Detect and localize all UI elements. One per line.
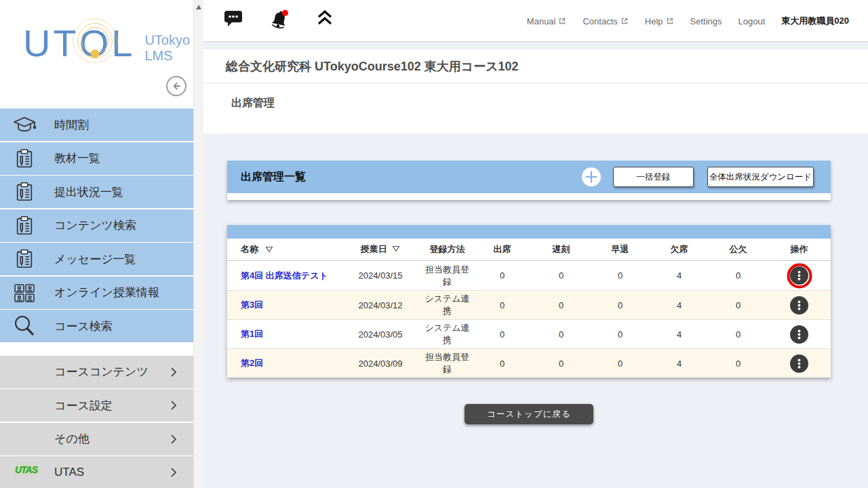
bulk-register-button[interactable]: 一括登録 xyxy=(613,167,694,187)
external-link-icon xyxy=(620,17,629,25)
logo-sun-dot xyxy=(91,49,100,58)
sidebar-section-gap xyxy=(0,344,193,356)
manual-link-label: Manual xyxy=(527,16,556,26)
utol-logo[interactable]: UTOL UTokyo LMS xyxy=(23,24,190,64)
cell-excused: 0 xyxy=(709,329,768,340)
help-link-label: Help xyxy=(645,16,663,26)
cell-excused: 0 xyxy=(709,270,768,281)
sidebar-item-others[interactable]: その他 xyxy=(0,423,193,455)
column-header-method: 登録方法 xyxy=(422,243,473,256)
search-icon xyxy=(12,314,37,338)
chevron-right-icon xyxy=(170,400,177,413)
notifications-bell-icon[interactable] xyxy=(269,9,290,34)
external-link-icon xyxy=(666,17,674,25)
back-to-course-top-button[interactable]: コーストップに戻る xyxy=(465,404,593,424)
attendance-table: 名称 授業日 登録方法 出席 遅刻 早退 欠席 公欠 操作 第4回 出席送信テス… xyxy=(227,225,831,378)
column-header-date[interactable]: 授業日 xyxy=(339,243,422,256)
column-header-late: 遅刻 xyxy=(532,243,591,256)
cell-absent: 4 xyxy=(650,359,709,369)
cell-method: 担当教員登録 xyxy=(422,264,473,288)
table-body: 第4回 出席送信テスト 2024/03/15 担当教員登録 0 0 0 4 0 xyxy=(227,261,831,378)
sidebar-item-timetable[interactable]: 時間割 xyxy=(0,108,193,141)
sidebar-scrollbar[interactable] xyxy=(193,0,203,488)
cell-late: 0 xyxy=(532,300,591,310)
table-top-strip xyxy=(227,225,831,239)
row-actions-button[interactable] xyxy=(790,325,808,344)
cell-method: システム連携 xyxy=(422,293,473,317)
cell-attendance: 0 xyxy=(473,329,532,340)
cell-early-leave: 0 xyxy=(591,359,650,369)
clipboard-icon xyxy=(12,215,37,237)
logo-subtitle-line2: LMS xyxy=(144,48,190,64)
cell-method: システム連携 xyxy=(422,322,473,346)
triangle-up-icon[interactable] xyxy=(196,5,201,9)
sidebar-item-materials[interactable]: 教材一覧 xyxy=(0,142,193,175)
attendance-panel-header: 出席管理一覧 一括登録 全体出席状況ダウンロード xyxy=(227,161,831,200)
contacts-link-label: Contacts xyxy=(583,16,617,26)
clipboard-icon xyxy=(12,181,37,203)
plus-circle-icon xyxy=(581,167,601,187)
row-actions-button[interactable] xyxy=(790,296,808,314)
utol-logo-text: UTOL xyxy=(23,24,135,62)
external-link-icon xyxy=(558,17,566,25)
logo-subtitle-line1: UTokyo xyxy=(144,33,190,48)
sidebar-item-messages[interactable]: メッセージ一覧 xyxy=(0,243,193,275)
table-row: 第2回 2024/03/09 担当教員登録 0 0 0 4 0 xyxy=(227,348,831,378)
sidebar-item-course-search[interactable]: コース検索 xyxy=(0,310,193,342)
sidebar-item-submission-status[interactable]: 提出状況一覧 xyxy=(0,176,193,208)
row-actions-button[interactable] xyxy=(790,354,808,373)
sidebar-item-label: オンライン授業情報 xyxy=(54,285,159,300)
contacts-link[interactable]: Contacts xyxy=(583,16,628,26)
logout-link[interactable]: Logout xyxy=(738,16,766,26)
add-attendance-button[interactable] xyxy=(581,167,601,190)
column-header-name[interactable]: 名称 xyxy=(227,243,339,256)
cell-late: 0 xyxy=(532,270,591,281)
logo-subtitle: UTokyo LMS xyxy=(144,33,190,64)
page-title: 出席管理 xyxy=(231,96,275,110)
sidebar-item-course-contents[interactable]: コースコンテンツ xyxy=(0,356,193,388)
column-header-label: 名称 xyxy=(241,243,258,256)
session-link[interactable]: 第3回 xyxy=(241,299,263,311)
logout-link-label: Logout xyxy=(738,16,766,26)
manual-link[interactable]: Manual xyxy=(527,16,567,26)
vertical-ellipsis-icon xyxy=(792,327,806,342)
sidebar-item-content-search[interactable]: コンテンツ検索 xyxy=(0,209,193,242)
session-link[interactable]: 第4回 出席送信テスト xyxy=(241,270,328,282)
table-row: 第1回 2024/03/05 システム連携 0 0 0 4 0 xyxy=(227,319,831,348)
attendance-panel-header-bar: 出席管理一覧 一括登録 全体出席状況ダウンロード xyxy=(227,161,831,193)
cell-late: 0 xyxy=(532,359,591,369)
sidebar-item-utas[interactable]: UTAS UTAS xyxy=(0,456,193,488)
row-actions-button[interactable] xyxy=(790,266,808,285)
help-link[interactable]: Help xyxy=(645,16,674,26)
cell-early-leave: 0 xyxy=(591,300,650,310)
session-link[interactable]: 第1回 xyxy=(241,328,263,340)
cell-early-leave: 0 xyxy=(591,270,650,281)
table-row: 第3回 2024/03/12 システム連携 0 0 0 4 0 xyxy=(227,290,831,319)
sidebar-item-label: コースコンテンツ xyxy=(54,364,149,380)
vertical-ellipsis-icon xyxy=(792,268,806,283)
double-chevron-up-icon[interactable] xyxy=(316,9,334,30)
circle-arrow-left-icon xyxy=(165,75,187,97)
download-attendance-button[interactable]: 全体出席状況ダウンロード xyxy=(707,167,814,187)
sidebar-collapse-button[interactable] xyxy=(165,75,187,97)
sidebar-item-label: 教材一覧 xyxy=(54,150,100,166)
cell-date: 2024/03/09 xyxy=(339,359,422,369)
sidebar-item-course-settings[interactable]: コース設定 xyxy=(0,389,193,422)
sort-icon[interactable] xyxy=(392,244,400,254)
cell-date: 2024/03/05 xyxy=(339,329,422,340)
sidebar-item-online-class-info[interactable]: オンライン授業情報 xyxy=(0,277,193,309)
cell-date: 2024/03/12 xyxy=(339,300,422,310)
sort-icon[interactable] xyxy=(265,245,273,255)
sidebar: UTOL UTokyo LMS 時間割 xyxy=(0,0,193,488)
sidebar-item-label: その他 xyxy=(54,431,90,447)
column-header-excused: 公欠 xyxy=(709,243,768,256)
course-title: 総合文化研究科 UTokyoCourse102 東大用コース102 xyxy=(226,58,519,75)
clipboard-icon xyxy=(12,248,37,270)
table-row: 第4回 出席送信テスト 2024/03/15 担当教員登録 0 0 0 4 0 xyxy=(227,261,831,290)
session-link[interactable]: 第2回 xyxy=(241,357,263,369)
sidebar-item-label: UTAS xyxy=(54,466,84,479)
cell-date: 2024/03/15 xyxy=(339,270,422,281)
cell-attendance: 0 xyxy=(473,300,532,310)
settings-link[interactable]: Settings xyxy=(690,16,722,26)
chat-icon[interactable] xyxy=(224,9,243,30)
